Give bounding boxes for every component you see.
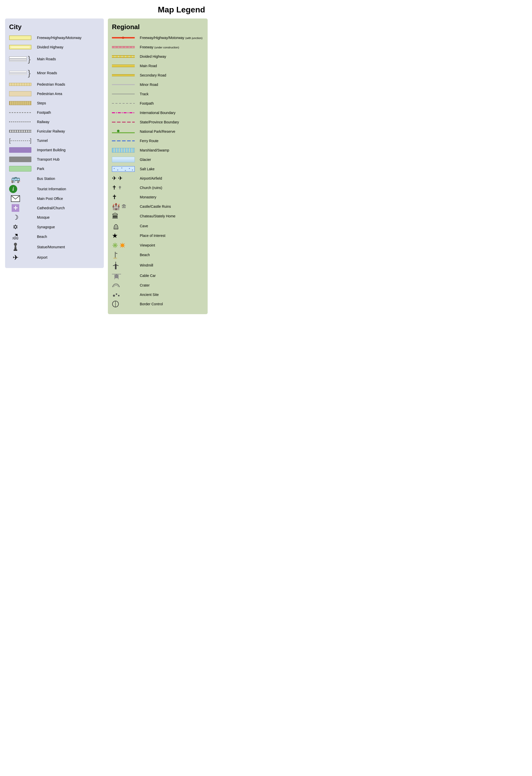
reg-freeway-symbol [112, 36, 135, 39]
item-label: Chateau/Stately Home [140, 214, 176, 218]
list-item: Salt Lake [112, 165, 204, 173]
item-label: Freeway (under construction) [140, 45, 179, 49]
important-building-symbol [9, 147, 31, 153]
item-label: Airport [37, 255, 47, 260]
reg-church-icon: ✝ ✝ [112, 184, 122, 191]
item-label: Minor Road [140, 82, 158, 87]
item-label: Beach [140, 252, 150, 257]
reg-minor-road-symbol [112, 84, 135, 85]
item-label: National Park/Reserve [140, 129, 175, 134]
reg-marshland-symbol [112, 148, 135, 153]
list-item: ✝ Monastery [112, 193, 204, 201]
list-item: ✈✈ Airport/Airfield [112, 175, 204, 182]
item-label: Windmill [140, 263, 153, 267]
list-item: ✳️✴️ Viewpoint [112, 241, 204, 249]
list-item: Border Control [112, 300, 204, 308]
item-label: Church (ruins) [140, 185, 162, 190]
list-item: Main Post Office [9, 195, 100, 202]
item-label: Footpath [37, 110, 51, 115]
list-item: 🏰 🏚 Castle/Castle Ruins [112, 203, 204, 211]
city-panel: City Freeway/Highway/Motorway Divided Hi… [5, 18, 104, 268]
list-item: International Boundary [112, 109, 204, 117]
list-item: Footpath [112, 100, 204, 107]
item-label: Steps [37, 101, 46, 106]
steps-symbol [9, 101, 31, 105]
item-label: Minor Roads [37, 71, 57, 75]
item-label: Ancient Site [140, 293, 159, 297]
item-label: Main Post Office [37, 196, 63, 201]
reg-castle-icon: 🏰 🏚 [112, 203, 126, 211]
list-item: Windmill [112, 261, 204, 270]
item-label: Main Road [140, 63, 157, 68]
regional-panel: Regional Freeway/Highway/Motorway (with … [108, 18, 208, 314]
bus-icon: 🚌 [9, 174, 22, 183]
item-label: Freeway/Highway/Motorway (with junction) [140, 35, 203, 40]
svg-point-22 [118, 295, 119, 297]
svg-point-9 [113, 257, 117, 259]
list-item: Divided Highway [112, 53, 204, 60]
item-label: Pedestrian Roads [37, 82, 65, 86]
city-title: City [9, 23, 100, 31]
reg-cablecar-icon [112, 271, 121, 280]
list-item: Ancient Site [112, 291, 204, 299]
list-item: [ ] Tunnel [9, 137, 100, 144]
item-label: Freeway/Highway/Motorway [37, 35, 81, 40]
reg-airport-icon: ✈✈ [112, 175, 122, 182]
reg-natpark-symbol [112, 129, 135, 134]
item-label: Ferry Route [140, 139, 159, 143]
divided-highway-symbol [9, 45, 31, 49]
item-label: Glacier [140, 157, 151, 162]
item-label: Tourist Information [37, 187, 66, 191]
list-item: 🚌 Bus Station [9, 174, 100, 183]
item-label: Mosque [37, 215, 50, 220]
list-item: } Main Roads [9, 53, 100, 65]
statue-icon [9, 242, 22, 251]
list-item: Cave [112, 222, 204, 230]
park-symbol [9, 166, 31, 172]
list-item: Footpath [9, 109, 100, 116]
list-item: ✝ ✝ Church (ruins) [112, 184, 204, 192]
item-label: Cave [140, 224, 148, 228]
item-label: Track [140, 92, 149, 96]
reg-freeway-constr-symbol [112, 46, 135, 48]
item-label: Crater [140, 283, 150, 287]
reg-glacier-symbol [112, 157, 135, 162]
item-label: Marshland/Swamp [140, 148, 169, 153]
list-item: ✛ Cathedral/Church [9, 204, 100, 212]
list-item: Freeway (under construction) [112, 43, 204, 51]
list-item: Important Building [9, 146, 100, 154]
reg-monastery-icon: ✝ [112, 194, 117, 201]
item-label: Viewpoint [140, 243, 155, 247]
reg-secondary-symbol [112, 74, 135, 76]
list-item: i Tourist Information [9, 185, 100, 193]
list-item: Statue/Monument [9, 242, 100, 251]
regional-title: Regional [112, 23, 204, 31]
beach-city-icon: 🏖 [9, 233, 22, 241]
item-label: Funicular Railway [37, 129, 65, 134]
mosque-icon: ☽ [9, 214, 22, 221]
list-item: National Park/Reserve [112, 128, 204, 135]
tourist-info-icon: i [9, 185, 17, 193]
list-item: Pedestrian Roads [9, 80, 100, 88]
reg-cave-icon [112, 222, 120, 230]
reg-ancient-icon [112, 292, 121, 297]
synagogue-icon: ✡ [9, 223, 22, 231]
reg-chateau-icon: 🏛 [112, 212, 118, 220]
list-item: } Minor Roads [9, 67, 100, 79]
list-item: Freeway/Highway/Motorway (with junction) [112, 34, 204, 41]
airport-city-icon: ✈ [9, 253, 22, 262]
item-label: Cable Car [140, 273, 156, 278]
item-label: Footpath [140, 101, 154, 106]
reg-saltlake-symbol [112, 166, 135, 172]
list-item: Cable Car [112, 271, 204, 280]
item-label: Airport/Airfield [140, 176, 162, 181]
reg-divided-symbol [112, 55, 135, 58]
reg-ferry-symbol [112, 140, 135, 142]
cathedral-icon: ✛ [9, 204, 22, 212]
railway-symbol [9, 121, 31, 123]
list-item: Glacier [112, 156, 204, 163]
list-item: ✡ Synagogue [9, 223, 100, 231]
item-label: Transport Hub [37, 157, 59, 162]
svg-rect-10 [115, 265, 116, 269]
item-label: Secondary Road [140, 73, 166, 77]
